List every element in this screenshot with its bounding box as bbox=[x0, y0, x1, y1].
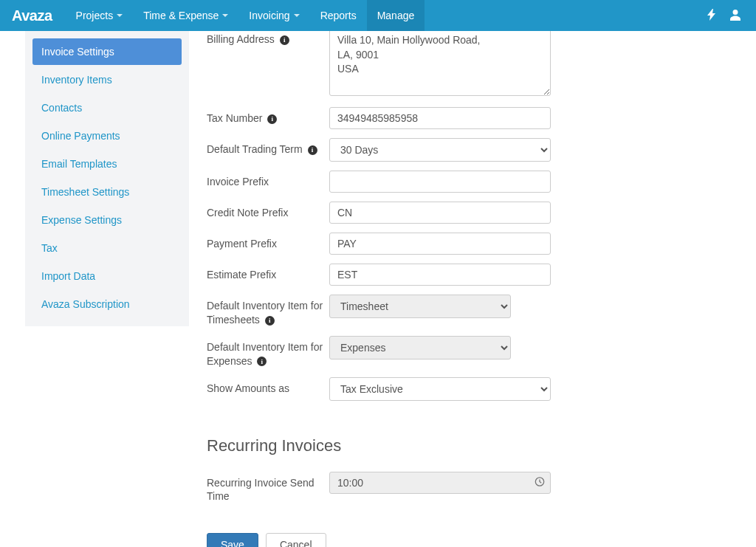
row-credit-note-prefix: Credit Note Prefix bbox=[207, 202, 726, 224]
row-invoice-prefix: Invoice Prefix bbox=[207, 171, 726, 193]
nav-item-manage[interactable]: Manage bbox=[367, 0, 425, 31]
info-icon[interactable]: i bbox=[280, 35, 289, 45]
nav-right bbox=[707, 9, 756, 23]
sidebar-item-avaza-subscription[interactable]: Avaza Subscription bbox=[32, 291, 182, 317]
label-payment-prefix: Payment Prefix bbox=[207, 233, 329, 251]
label-inventory-timesheets: Default Inventory Item for Timesheets i bbox=[207, 295, 329, 327]
main-content: Billing Address i Tax Number i Default T… bbox=[189, 31, 756, 547]
save-button[interactable]: Save bbox=[207, 533, 258, 547]
sidebar: Invoice Settings Inventory Items Contact… bbox=[25, 31, 189, 326]
nav-item-time-expense[interactable]: Time & Expense bbox=[133, 0, 238, 31]
form-actions: Save Cancel bbox=[207, 533, 726, 547]
bolt-icon[interactable] bbox=[707, 9, 716, 23]
label-inventory-expenses: Default Inventory Item for Expenses i bbox=[207, 336, 329, 368]
label-show-amounts: Show Amounts as bbox=[207, 377, 329, 396]
label-invoice-prefix: Invoice Prefix bbox=[207, 171, 329, 189]
sidebar-item-import-data[interactable]: Import Data bbox=[32, 263, 182, 289]
nav-item-label: Invoicing bbox=[249, 10, 289, 21]
info-icon[interactable]: i bbox=[267, 114, 277, 124]
label-trading-term: Default Trading Term i bbox=[207, 138, 329, 156]
label-recurring-send-time: Recurring Invoice Send Time bbox=[207, 472, 329, 504]
sidebar-item-tax[interactable]: Tax bbox=[32, 235, 182, 261]
info-icon[interactable]: i bbox=[257, 357, 267, 366]
nav-item-invoicing[interactable]: Invoicing bbox=[238, 0, 309, 31]
sidebar-item-email-templates[interactable]: Email Templates bbox=[32, 151, 182, 177]
inventory-expenses-select[interactable]: Expenses bbox=[329, 336, 511, 359]
info-icon[interactable]: i bbox=[308, 145, 317, 155]
nav-items: Projects Time & Expense Invoicing Report… bbox=[66, 0, 425, 31]
chevron-down-icon bbox=[294, 14, 300, 17]
nav-item-label: Manage bbox=[377, 10, 415, 21]
chevron-down-icon bbox=[117, 14, 123, 17]
row-inventory-expenses: Default Inventory Item for Expenses i Ex… bbox=[207, 336, 726, 368]
nav-item-label: Projects bbox=[76, 10, 114, 21]
label-estimate-prefix: Estimate Prefix bbox=[207, 264, 329, 282]
chevron-down-icon bbox=[222, 14, 228, 17]
cancel-button[interactable]: Cancel bbox=[266, 533, 326, 547]
estimate-prefix-input[interactable] bbox=[329, 264, 551, 286]
row-trading-term: Default Trading Term i 30 Days bbox=[207, 138, 726, 162]
label-tax-number: Tax Number i bbox=[207, 107, 329, 125]
row-tax-number: Tax Number i bbox=[207, 107, 726, 129]
nav-item-reports[interactable]: Reports bbox=[310, 0, 367, 31]
row-show-amounts: Show Amounts as Tax Exclusive bbox=[207, 377, 726, 401]
sidebar-item-online-payments[interactable]: Online Payments bbox=[32, 123, 182, 149]
nav-item-projects[interactable]: Projects bbox=[66, 0, 134, 31]
label-credit-note-prefix: Credit Note Prefix bbox=[207, 202, 329, 220]
user-icon[interactable] bbox=[729, 9, 741, 23]
sidebar-item-expense-settings[interactable]: Expense Settings bbox=[32, 207, 182, 233]
nav-item-label: Reports bbox=[320, 10, 357, 21]
nav-item-label: Time & Expense bbox=[143, 10, 219, 21]
sidebar-item-timesheet-settings[interactable]: Timesheet Settings bbox=[32, 179, 182, 205]
tax-number-input[interactable] bbox=[329, 107, 551, 129]
sidebar-item-inventory-items[interactable]: Inventory Items bbox=[32, 66, 182, 93]
sidebar-item-invoice-settings[interactable]: Invoice Settings bbox=[32, 38, 182, 65]
show-amounts-select[interactable]: Tax Exclusive bbox=[329, 377, 551, 401]
payment-prefix-input[interactable] bbox=[329, 233, 551, 255]
recurring-send-time-input[interactable] bbox=[329, 472, 551, 494]
row-payment-prefix: Payment Prefix bbox=[207, 233, 726, 255]
row-estimate-prefix: Estimate Prefix bbox=[207, 264, 726, 286]
credit-note-prefix-input[interactable] bbox=[329, 202, 551, 224]
row-recurring-send-time: Recurring Invoice Send Time bbox=[207, 472, 726, 504]
trading-term-select[interactable]: 30 Days bbox=[329, 138, 551, 162]
top-nav: Avaza Projects Time & Expense Invoicing … bbox=[0, 0, 756, 31]
billing-address-textarea[interactable] bbox=[329, 28, 551, 96]
recurring-heading: Recurring Invoices bbox=[207, 436, 726, 455]
brand-logo[interactable]: Avaza bbox=[12, 7, 52, 24]
invoice-prefix-input[interactable] bbox=[329, 171, 551, 193]
row-inventory-timesheets: Default Inventory Item for Timesheets i … bbox=[207, 295, 726, 327]
inventory-timesheets-select[interactable]: Timesheet bbox=[329, 295, 511, 318]
info-icon[interactable]: i bbox=[265, 316, 275, 326]
row-billing-address: Billing Address i bbox=[207, 28, 726, 98]
sidebar-item-contacts[interactable]: Contacts bbox=[32, 94, 182, 121]
